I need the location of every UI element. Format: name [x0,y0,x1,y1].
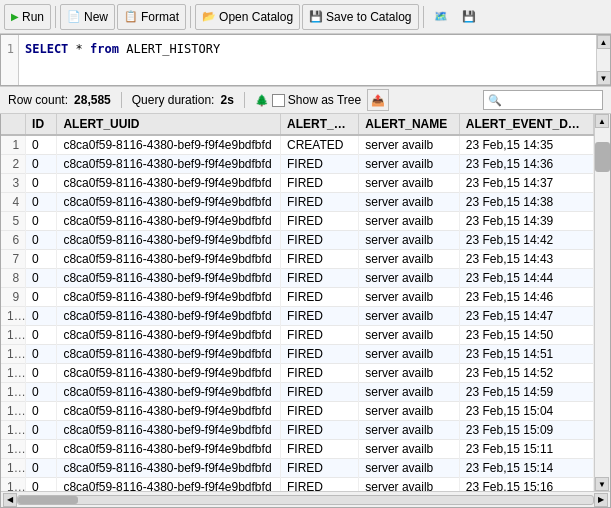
query-duration-label: Query duration: [132,93,215,107]
horizontal-scrollbar[interactable]: ◀ ▶ [1,491,610,507]
table-row[interactable]: 100c8ca0f59-8116-4380-bef9-f9f4e9bdfbfdF… [1,307,594,326]
save-catalog-icon: 💾 [309,10,323,23]
cell-id: 0 [26,345,57,364]
table-row[interactable]: 120c8ca0f59-8116-4380-bef9-f9f4e9bdfbfdF… [1,345,594,364]
cell-rownum: 18 [1,459,26,478]
cell-id: 0 [26,269,57,288]
vscroll-down-arrow[interactable]: ▼ [595,477,609,491]
cell-rownum: 6 [1,231,26,250]
search-box[interactable]: 🔍 [483,90,603,110]
table-row[interactable]: 60c8ca0f59-8116-4380-bef9-f9f4e9bdfbfdFI… [1,231,594,250]
hscroll-left-arrow[interactable]: ◀ [3,493,17,507]
cell-uuid: c8ca0f59-8116-4380-bef9-f9f4e9bdfbfd [57,250,281,269]
vscroll-up-arrow[interactable]: ▲ [595,114,609,128]
table-row[interactable]: 180c8ca0f59-8116-4380-bef9-f9f4e9bdfbfdF… [1,459,594,478]
toolbar-separator-2 [190,6,191,28]
cell-uuid: c8ca0f59-8116-4380-bef9-f9f4e9bdfbfd [57,155,281,174]
cell-date: 23 Feb,15 14:59 [459,383,593,402]
cell-name: server availb [359,193,460,212]
cell-id: 0 [26,421,57,440]
new-icon: 📄 [67,10,81,23]
scroll-down-arrow[interactable]: ▼ [597,71,611,85]
hscroll-thumb[interactable] [18,496,78,504]
table-row[interactable]: 160c8ca0f59-8116-4380-bef9-f9f4e9bdfbfdF… [1,421,594,440]
col-header-rownum [1,114,26,135]
cell-name: server availb [359,155,460,174]
table-row[interactable]: 50c8ca0f59-8116-4380-bef9-f9f4e9bdfbfdFI… [1,212,594,231]
cell-uuid: c8ca0f59-8116-4380-bef9-f9f4e9bdfbfd [57,364,281,383]
cell-uuid: c8ca0f59-8116-4380-bef9-f9f4e9bdfbfd [57,193,281,212]
cell-uuid: c8ca0f59-8116-4380-bef9-f9f4e9bdfbfd [57,231,281,250]
toolbar-separator-3 [423,6,424,28]
extra-button-2[interactable]: 💾 [456,4,482,30]
table-row[interactable]: 170c8ca0f59-8116-4380-bef9-f9f4e9bdfbfdF… [1,440,594,459]
cell-name: server availb [359,402,460,421]
sql-keyword-select: SELECT [25,42,68,56]
cell-date: 23 Feb,15 14:46 [459,288,593,307]
format-label: Format [141,10,179,24]
table-body: 10c8ca0f59-8116-4380-bef9-f9f4e9bdfbfdCR… [1,135,594,491]
cell-date: 23 Feb,15 14:50 [459,326,593,345]
format-button[interactable]: 📋 Format [117,4,186,30]
table-row[interactable]: 110c8ca0f59-8116-4380-bef9-f9f4e9bdfbfdF… [1,326,594,345]
toolbar: ▶ Run 📄 New 📋 Format 📂 Open Catalog 💾 Sa… [0,0,611,34]
export-button[interactable]: 📤 [367,89,389,111]
table-row[interactable]: 150c8ca0f59-8116-4380-bef9-f9f4e9bdfbfdF… [1,402,594,421]
cell-uuid: c8ca0f59-8116-4380-bef9-f9f4e9bdfbfd [57,459,281,478]
run-button[interactable]: ▶ Run [4,4,51,30]
cell-name: server availb [359,231,460,250]
table-row[interactable]: 80c8ca0f59-8116-4380-bef9-f9f4e9bdfbfdFI… [1,269,594,288]
cell-uuid: c8ca0f59-8116-4380-bef9-f9f4e9bdfbfd [57,212,281,231]
table-row[interactable]: 70c8ca0f59-8116-4380-bef9-f9f4e9bdfbfdFI… [1,250,594,269]
scroll-up-arrow[interactable]: ▲ [597,35,611,49]
vscroll-thumb[interactable] [595,142,610,172]
cell-event: FIRED [280,212,358,231]
cell-id: 0 [26,459,57,478]
table-row[interactable]: 20c8ca0f59-8116-4380-bef9-f9f4e9bdfbfdFI… [1,155,594,174]
cell-name: server availb [359,174,460,193]
sql-star: * [76,42,90,56]
cell-rownum: 16 [1,421,26,440]
hscroll-track[interactable] [17,495,594,505]
cell-event: FIRED [280,288,358,307]
cell-rownum: 4 [1,193,26,212]
extra-button-1[interactable]: 🗺️ [428,4,454,30]
cell-name: server availb [359,364,460,383]
table-row[interactable]: 190c8ca0f59-8116-4380-bef9-f9f4e9bdfbfdF… [1,478,594,492]
table-row[interactable]: 90c8ca0f59-8116-4380-bef9-f9f4e9bdfbfdFI… [1,288,594,307]
cell-uuid: c8ca0f59-8116-4380-bef9-f9f4e9bdfbfd [57,440,281,459]
new-button[interactable]: 📄 New [60,4,115,30]
cell-rownum: 10 [1,307,26,326]
save-to-catalog-button[interactable]: 💾 Save to Catalog [302,4,418,30]
cell-id: 0 [26,212,57,231]
table-row[interactable]: 10c8ca0f59-8116-4380-bef9-f9f4e9bdfbfdCR… [1,135,594,155]
col-header-uuid: ALERT_UUID [57,114,281,135]
cell-name: server availb [359,459,460,478]
cell-event: FIRED [280,231,358,250]
cell-rownum: 1 [1,135,26,155]
open-catalog-label: Open Catalog [219,10,293,24]
cell-name: server availb [359,326,460,345]
toolbar-separator-1 [55,6,56,28]
cell-id: 0 [26,364,57,383]
sql-table-name: ALERT_HISTORY [126,42,220,56]
table-row[interactable]: 140c8ca0f59-8116-4380-bef9-f9f4e9bdfbfdF… [1,383,594,402]
cell-id: 0 [26,231,57,250]
table-row[interactable]: 130c8ca0f59-8116-4380-bef9-f9f4e9bdfbfdF… [1,364,594,383]
cell-date: 23 Feb,15 14:52 [459,364,593,383]
cell-name: server availb [359,250,460,269]
show-as-tree-button[interactable]: 🌲 Show as Tree [255,93,361,107]
sql-text[interactable]: SELECT * from ALERT_HISTORY [19,35,596,85]
table-header: ID ALERT_UUID ALERT_EVENT ALERT_NAME ALE… [1,114,594,135]
open-catalog-button[interactable]: 📂 Open Catalog [195,4,300,30]
table-row[interactable]: 30c8ca0f59-8116-4380-bef9-f9f4e9bdfbfdFI… [1,174,594,193]
search-input[interactable] [502,94,602,106]
table-row[interactable]: 40c8ca0f59-8116-4380-bef9-f9f4e9bdfbfdFI… [1,193,594,212]
cell-name: server availb [359,212,460,231]
cell-event: FIRED [280,345,358,364]
cell-rownum: 17 [1,440,26,459]
vertical-scrollbar[interactable]: ▲ ▼ [594,114,610,491]
hscroll-right-arrow[interactable]: ▶ [594,493,608,507]
show-as-tree-checkbox[interactable] [272,94,285,107]
cell-uuid: c8ca0f59-8116-4380-bef9-f9f4e9bdfbfd [57,402,281,421]
